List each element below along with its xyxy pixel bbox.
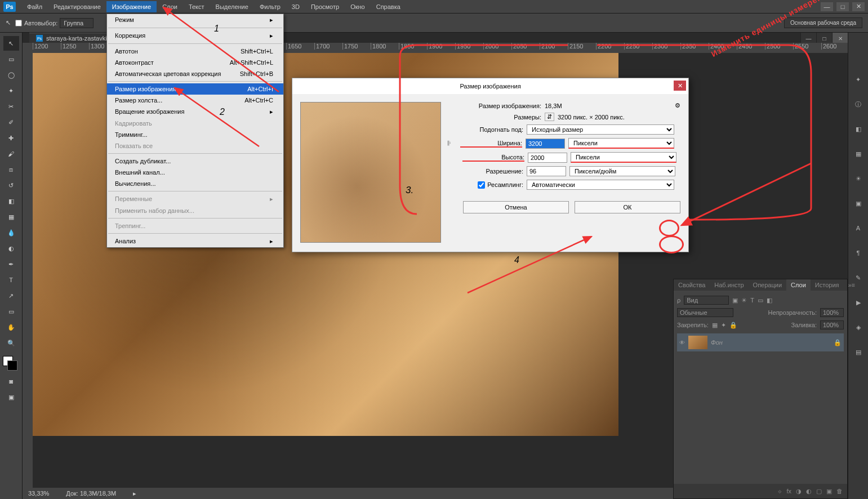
dodge-tool[interactable]: ◐ bbox=[3, 241, 19, 256]
image-menu-item[interactable]: Тримминг... bbox=[107, 129, 283, 140]
blend-mode-select[interactable]: Обычные bbox=[677, 308, 733, 317]
fit-to-select[interactable]: Исходный размер bbox=[527, 124, 674, 135]
healing-tool[interactable]: ✚ bbox=[3, 131, 19, 145]
shape-tool[interactable]: ▭ bbox=[3, 304, 19, 319]
status-arrow-icon[interactable]: ▸ bbox=[133, 490, 136, 497]
chain-link-icon[interactable]: 𝄆 bbox=[448, 140, 457, 147]
opacity-input[interactable]: 100% bbox=[820, 308, 844, 317]
image-menu-item[interactable]: Вычисления... bbox=[107, 178, 283, 189]
resample-checkbox[interactable] bbox=[478, 181, 485, 189]
filter-icon[interactable]: ▣ bbox=[732, 297, 738, 304]
doc-maximize[interactable]: □ bbox=[816, 33, 832, 44]
fx-icon[interactable]: fx bbox=[786, 488, 791, 494]
blur-tool[interactable]: 💧 bbox=[3, 225, 19, 240]
quickmask-tool[interactable]: ◙ bbox=[3, 374, 19, 389]
image-menu-item[interactable]: Анализ bbox=[107, 235, 283, 247]
doc-close[interactable]: ✕ bbox=[832, 33, 848, 44]
image-menu-item[interactable]: Вращение изображения bbox=[107, 106, 283, 118]
height-input[interactable] bbox=[528, 153, 567, 163]
link-layers-icon[interactable]: ⟐ bbox=[778, 488, 782, 494]
hand-tool[interactable]: ✋ bbox=[3, 320, 19, 335]
screenmode-tool[interactable]: ▣ bbox=[3, 390, 19, 404]
dialog-preview[interactable] bbox=[300, 102, 441, 243]
lasso-tool[interactable]: ◯ bbox=[3, 68, 19, 82]
magic-wand-tool[interactable]: ✦ bbox=[3, 83, 19, 98]
menubar-item-0[interactable]: Файл bbox=[21, 1, 48, 12]
width-input[interactable] bbox=[526, 139, 565, 149]
panel-tab[interactable]: Свойства bbox=[674, 279, 710, 291]
image-menu-item[interactable]: Внешний канал... bbox=[107, 167, 283, 178]
paragraph-icon[interactable]: ¶ bbox=[851, 246, 866, 260]
marquee-tool[interactable]: ▭ bbox=[3, 52, 19, 66]
image-menu-item[interactable]: Размер холста...Alt+Ctrl+C bbox=[107, 95, 283, 106]
background-color[interactable] bbox=[7, 360, 17, 371]
pen-tool[interactable]: ✒ bbox=[3, 257, 19, 271]
history-brush-tool[interactable]: ↺ bbox=[3, 178, 19, 193]
auto-select-checkbox[interactable] bbox=[15, 20, 22, 26]
height-unit-select[interactable]: Пиксели bbox=[571, 152, 676, 163]
filter-icon[interactable]: ▭ bbox=[758, 297, 763, 304]
image-menu-item[interactable]: Режим bbox=[107, 14, 283, 26]
mask-icon[interactable]: ◑ bbox=[796, 488, 802, 495]
panel-tab[interactable]: Слои bbox=[786, 279, 811, 291]
eyedropper-tool[interactable]: ✐ bbox=[3, 115, 19, 130]
brush-tool[interactable]: 🖌 bbox=[3, 146, 19, 161]
menubar-item-10[interactable]: Справка bbox=[371, 1, 406, 12]
layer-name[interactable]: Фон bbox=[711, 339, 723, 346]
stamp-tool[interactable]: ⧈ bbox=[3, 162, 19, 177]
menubar-item-2[interactable]: Изображение bbox=[106, 1, 157, 12]
crop-tool[interactable]: ✂ bbox=[3, 99, 19, 114]
panel-tab[interactable]: История bbox=[811, 279, 844, 291]
gradient-tool[interactable]: ▦ bbox=[3, 210, 19, 224]
menubar-item-1[interactable]: Редактирование bbox=[48, 1, 106, 12]
image-menu-item[interactable]: Размер изображения...Alt+Ctrl+I bbox=[107, 83, 283, 95]
panel-tab[interactable]: Операции bbox=[749, 279, 786, 291]
resolution-unit-select[interactable]: Пиксели/дюйм bbox=[569, 166, 675, 176]
cancel-button[interactable]: Отмена bbox=[463, 201, 569, 213]
new-layer-icon[interactable]: ▣ bbox=[826, 488, 832, 495]
gear-icon[interactable] bbox=[675, 102, 680, 109]
fill-input[interactable]: 100% bbox=[820, 320, 844, 329]
workspace-switcher[interactable]: Основная рабочая среда bbox=[784, 17, 862, 28]
fill-adj-icon[interactable]: ◐ bbox=[806, 488, 812, 495]
filter-icon[interactable]: ☀ bbox=[741, 297, 747, 304]
zoom-tool[interactable]: 🔍 bbox=[3, 336, 19, 350]
adjustments-icon[interactable]: ☀ bbox=[851, 171, 866, 186]
doc-minimize[interactable]: — bbox=[800, 33, 816, 44]
lock-pixels-icon[interactable]: ▦ bbox=[712, 322, 718, 329]
color-icon[interactable]: ◧ bbox=[851, 122, 866, 136]
path-select-tool[interactable]: ↗ bbox=[3, 288, 19, 303]
character-icon[interactable]: A bbox=[851, 221, 866, 235]
swatches-icon[interactable]: ▦ bbox=[851, 146, 866, 161]
actions-icon[interactable]: ▶ bbox=[851, 295, 866, 310]
eraser-tool[interactable]: ◧ bbox=[3, 194, 19, 208]
styles-icon[interactable]: ▣ bbox=[851, 196, 866, 211]
zoom-level[interactable]: 33,33% bbox=[28, 490, 49, 497]
dialog-close-button[interactable]: ✕ bbox=[674, 81, 686, 91]
channels-icon[interactable]: ▤ bbox=[851, 345, 866, 359]
layer-row[interactable]: Фон 🔒 bbox=[677, 333, 844, 351]
lock-all-icon[interactable]: 🔒 bbox=[729, 322, 737, 329]
layer-filter-kind[interactable]: Вид bbox=[684, 296, 729, 305]
minimize-button[interactable]: — bbox=[821, 2, 833, 11]
color-swatches[interactable] bbox=[3, 356, 20, 373]
menubar-item-6[interactable]: Фильтр bbox=[254, 1, 286, 12]
resolution-input[interactable] bbox=[527, 166, 566, 176]
dim-toggle-icon[interactable]: ⇵ bbox=[545, 113, 554, 121]
move-tool[interactable]: ↖ bbox=[3, 36, 19, 51]
menubar-item-5[interactable]: Выделение bbox=[210, 1, 254, 12]
auto-select-combo[interactable]: Группа bbox=[60, 18, 94, 28]
image-menu-item[interactable]: Автоматическая цветовая коррекцияShift+C… bbox=[107, 68, 283, 79]
ok-button[interactable]: ОК bbox=[575, 201, 680, 213]
layers-icon[interactable]: ◈ bbox=[851, 320, 866, 335]
image-menu-item[interactable]: Коррекция bbox=[107, 30, 283, 42]
filter-icon[interactable]: T bbox=[750, 297, 754, 304]
dialog-titlebar[interactable]: Размер изображения ✕ bbox=[292, 78, 688, 94]
menubar-item-9[interactable]: Окно bbox=[345, 1, 371, 12]
lock-position-icon[interactable]: ✦ bbox=[721, 322, 726, 329]
navigator-icon[interactable]: ✦ bbox=[851, 72, 866, 87]
filter-icon[interactable]: ◧ bbox=[767, 297, 772, 304]
trash-icon[interactable]: 🗑 bbox=[836, 488, 843, 494]
panel-tab[interactable]: Наб.инстр bbox=[710, 279, 748, 291]
menubar-item-7[interactable]: 3D bbox=[286, 1, 305, 12]
